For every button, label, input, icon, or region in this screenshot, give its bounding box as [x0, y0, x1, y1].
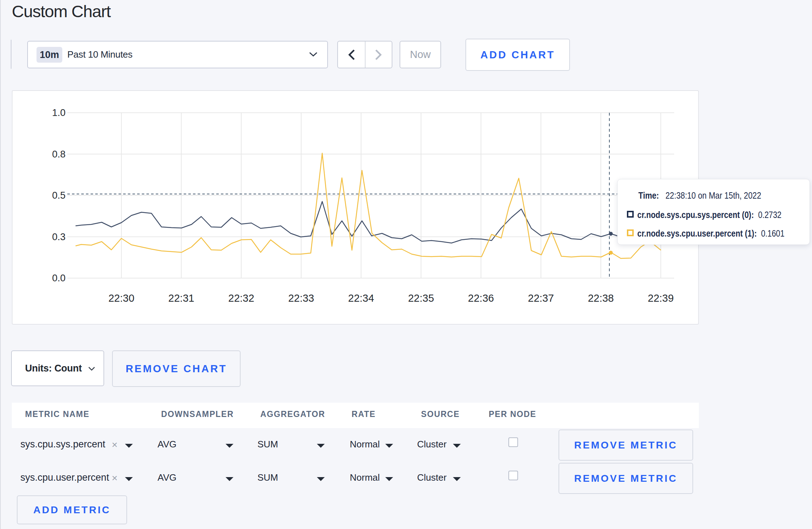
- svg-text:22:36: 22:36: [468, 292, 494, 304]
- svg-text:0.5: 0.5: [52, 190, 66, 201]
- svg-text:22:33: 22:33: [288, 292, 314, 304]
- svg-text:22:31: 22:31: [168, 292, 194, 304]
- svg-text:1.0: 1.0: [52, 107, 66, 118]
- svg-text:0.3: 0.3: [52, 232, 66, 242]
- svg-text:22:35: 22:35: [408, 292, 434, 304]
- svg-text:22:37: 22:37: [528, 292, 554, 304]
- svg-text:22:30: 22:30: [108, 292, 135, 304]
- svg-text:22:32: 22:32: [228, 292, 255, 304]
- svg-text:0.0: 0.0: [52, 273, 66, 283]
- svg-text:22:38: 22:38: [588, 292, 614, 304]
- svg-text:0.8: 0.8: [52, 149, 66, 160]
- svg-text:22:39: 22:39: [648, 292, 674, 304]
- svg-text:22:34: 22:34: [348, 292, 374, 304]
